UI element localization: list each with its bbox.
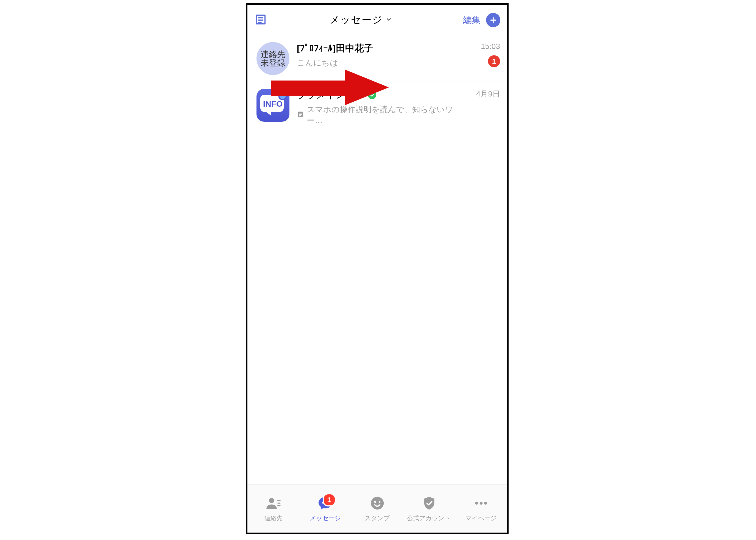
tab-label: メッセージ xyxy=(310,514,341,522)
tab-mypage[interactable]: マイページ xyxy=(455,484,507,533)
svg-rect-14 xyxy=(277,502,281,503)
tab-contacts[interactable]: 連絡先 xyxy=(248,484,299,533)
avatar-info-label: INFO xyxy=(257,99,289,108)
chat-time: 15:03 xyxy=(462,42,500,51)
avatar-info: INFO xyxy=(257,89,289,122)
chat-preview: こんにちは xyxy=(297,58,338,68)
compose-button[interactable] xyxy=(486,13,500,27)
svg-point-19 xyxy=(371,496,383,509)
title-dropdown[interactable]: メッセージ xyxy=(276,13,445,27)
svg-point-23 xyxy=(480,501,483,504)
chat-title: プラメインフォ xyxy=(297,89,364,101)
chat-preview: スマホの操作説明を読んで、知らないワー… xyxy=(307,104,462,126)
chat-title: [ﾌﾟﾛﾌｨｰﾙ]田中花子 xyxy=(297,42,373,55)
tab-label: スタンプ xyxy=(365,514,390,522)
page-title: メッセージ xyxy=(330,13,383,27)
news-icon[interactable] xyxy=(254,13,267,27)
svg-point-22 xyxy=(475,501,478,504)
svg-point-21 xyxy=(378,501,380,503)
app-window: メッセージ 編集 連絡先 未登録 xyxy=(246,3,508,534)
chat-list: 連絡先 未登録 [ﾌﾟﾛﾌｨｰﾙ]田中花子 こんにちは 15:03 1 xyxy=(248,35,507,133)
svg-rect-13 xyxy=(277,500,281,501)
tab-stamps[interactable]: スタンプ xyxy=(351,484,403,533)
chevron-down-icon xyxy=(385,16,392,24)
avatar-unregistered: 連絡先 未登録 xyxy=(257,42,289,75)
stamp-icon xyxy=(370,495,385,512)
link-preview-icon xyxy=(297,111,304,120)
tab-label: 公式アカウント xyxy=(407,514,451,522)
svg-point-12 xyxy=(269,498,274,503)
avatar-line2: 未登録 xyxy=(261,59,285,67)
svg-rect-8 xyxy=(299,114,302,114)
chat-row[interactable]: 連絡先 未登録 [ﾌﾟﾛﾌｨｰﾙ]田中花子 こんにちは 15:03 1 xyxy=(248,35,507,82)
tab-messages[interactable]: 1 メッセージ xyxy=(299,484,351,533)
tab-label: 連絡先 xyxy=(265,514,282,522)
svg-rect-9 xyxy=(299,115,301,116)
chat-time: 4月9日 xyxy=(462,89,500,99)
tab-bar: 連絡先 1 メッセージ スタンプ xyxy=(248,484,507,533)
header: メッセージ 編集 xyxy=(248,5,507,35)
tab-badge: 1 xyxy=(323,493,336,506)
more-icon xyxy=(474,495,489,512)
unread-badge: 1 xyxy=(488,55,500,67)
svg-point-24 xyxy=(484,501,487,504)
contacts-icon xyxy=(266,495,281,512)
tab-label: マイページ xyxy=(466,514,497,522)
verified-icon xyxy=(368,91,376,99)
avatar-line1: 連絡先 xyxy=(261,50,285,59)
svg-rect-7 xyxy=(299,113,302,113)
svg-point-20 xyxy=(374,501,376,503)
tab-official[interactable]: 公式アカウント xyxy=(403,484,455,533)
chat-row[interactable]: INFO プラメインフォ スマホの操作 xyxy=(248,82,507,133)
svg-rect-15 xyxy=(277,505,281,506)
official-icon xyxy=(421,495,437,512)
edit-button[interactable]: 編集 xyxy=(463,14,481,26)
